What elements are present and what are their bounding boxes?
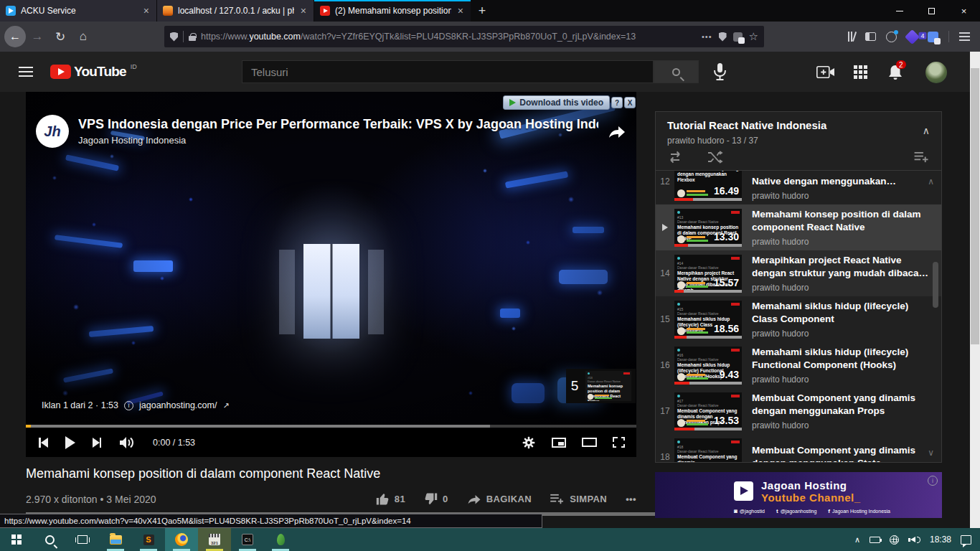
collapse-playlist-icon[interactable]: ∧ [923,125,930,136]
battery-icon[interactable] [870,537,880,543]
back-button[interactable]: ← [4,26,26,47]
command-prompt-button[interactable]: C:\ [231,528,264,551]
page-actions-icon[interactable]: ••• [702,32,712,41]
search-input[interactable]: Telusuri [242,60,654,83]
tab-close-icon[interactable]: × [142,5,151,17]
sublime-text-button[interactable]: S [132,528,165,551]
mongodb-button[interactable] [264,528,297,551]
apps-grid-icon[interactable] [854,65,867,79]
translate-page-icon[interactable] [733,32,743,42]
home-button[interactable]: ⌂ [72,29,95,44]
advertiser-avatar[interactable]: Jh [36,115,69,148]
minimize-button[interactable] [883,0,915,22]
ad-meta-row: Iklan 1 dari 2 · 1:53 i jagoanhosting.co… [42,400,230,410]
playlist-item-17[interactable]: 17 #17 Dasar-dasar React Native Membuat … [656,388,941,434]
previous-video-button[interactable] [39,438,48,448]
tray-expand-icon[interactable]: ∧ [854,535,860,545]
create-video-icon[interactable] [816,66,835,78]
video-player[interactable]: Download this video ? X Jh VPS Indonesia… [26,92,636,457]
task-view-button[interactable] [66,528,99,551]
taskbar-search-button[interactable] [33,528,66,551]
playlist-item-16[interactable]: 16 #16 Dasar-dasar React Native Memahami… [656,342,941,388]
tab-close-icon[interactable]: × [456,5,465,17]
banner-ad[interactable]: Jagoan Hosting Youtube Channel_ ◙@jaghos… [655,472,942,518]
add-playlist-icon[interactable] [914,151,930,164]
ad-countdown-overlay[interactable]: 5 #13 Dasar-dasar React Native Memahami … [566,369,636,403]
ad-title[interactable]: VPS Indonesia dengan Price Per Performan… [78,117,598,132]
translate-extension-icon[interactable] [928,32,938,42]
ad-channel[interactable]: Jagoan Hosting Indonesia [78,135,598,146]
guide-hamburger-icon[interactable] [19,71,33,72]
search-button[interactable] [654,60,699,83]
library-icon[interactable] [848,32,855,42]
notifications-bell-icon[interactable]: 2 [887,64,903,81]
tab-localhost-phpmyadmin[interactable]: localhost / 127.0.0.1 / acku | ph × [157,0,314,22]
clock[interactable]: 18:38 [930,534,951,545]
address-bar[interactable]: https://www.youtube.com/watch?v=YZfr6EYQ… [164,26,764,47]
playlist-title[interactable]: Tutorial React Native Indonesia [667,119,826,131]
playlist-item-14[interactable]: 14 #14 Dasar-dasar React Native Merapihk… [656,250,941,296]
network-globe-icon[interactable] [890,535,899,545]
ad-info-icon[interactable]: i [928,476,938,486]
volume-icon[interactable] [118,435,136,450]
tracking-protection-shield-icon[interactable] [170,32,178,42]
tab-youtube-active[interactable]: (2) Memahami konsep position × [314,0,471,22]
dislike-button[interactable]: 0 [424,492,448,506]
volume-icon[interactable] [908,537,920,543]
forward-button[interactable]: → [26,29,49,44]
loop-playlist-icon[interactable] [667,151,683,164]
playlist-scrollbar-thumb[interactable] [933,262,938,308]
miniplayer-icon[interactable] [552,438,566,448]
ad-link[interactable]: jagoanhosting.com/ [139,400,217,410]
close-button[interactable]: × [948,0,980,22]
page-scrollbar[interactable] [970,52,980,528]
more-actions-button[interactable]: ••• [626,494,636,504]
share-button[interactable]: BAGIKAN [467,493,532,505]
reload-button[interactable]: ↻ [49,29,72,44]
video-title: Memahami konsep position di dalam compon… [26,466,636,481]
scroll-up-icon[interactable]: ∧ [928,176,934,187]
start-button[interactable] [0,528,33,551]
playlist-item-18[interactable]: 18 #18 Dasar-dasar React Native Membuat … [656,434,941,462]
play-button[interactable] [65,436,75,449]
download-close-button[interactable]: X [624,97,636,108]
shuffle-playlist-icon[interactable] [707,151,723,164]
save-button[interactable]: SIMPAN [550,494,607,505]
next-video-button[interactable] [93,438,102,448]
account-icon[interactable] [886,32,897,42]
media-player-button[interactable]: 321 [198,528,231,551]
video-thumbnail: #17 Dasar-dasar React Native Membuat Com… [674,392,742,430]
external-link-icon[interactable]: ↗ [222,401,229,410]
firefox-button[interactable] [165,528,198,551]
download-video-button[interactable]: Download this video [503,95,610,110]
menu-hamburger-icon[interactable] [959,36,970,37]
restore-button[interactable] [915,0,948,22]
ad-info-icon[interactable]: i [124,401,133,410]
action-center-icon[interactable] [961,535,971,545]
file-explorer-button[interactable] [99,528,132,551]
fullscreen-icon[interactable] [613,437,625,448]
settings-gear-icon[interactable] [522,435,536,450]
bookmark-star-icon[interactable]: ☆ [749,30,758,43]
scroll-down-icon[interactable]: ∨ [928,448,934,458]
permissions-shield-icon[interactable] [719,32,727,42]
share-arrow-icon[interactable] [608,123,626,139]
page-scrollbar-thumb[interactable] [971,68,979,344]
banner-socials: ◙@jaghostid t@jagoanhosting fJagoan Host… [734,508,890,514]
like-button[interactable]: 81 [376,492,405,506]
sidebar-toggle-icon[interactable] [865,32,876,41]
youtube-logo[interactable]: YouTube ID [50,64,136,80]
theater-mode-icon[interactable] [582,438,597,447]
tab-close-icon[interactable]: × [299,5,308,17]
lock-icon[interactable] [189,36,196,41]
playlist-item-13-current[interactable]: #13 Dasar-dasar React Native Memahami ko… [656,204,941,250]
playlist-item-15[interactable]: 15 #15 Dasar-dasar React Native Memahami… [656,296,941,342]
extension-icon[interactable]: 4 [905,29,920,44]
tab-acku-service[interactable]: ACKU Service × [0,0,157,22]
download-help-button[interactable]: ? [611,97,623,108]
playlist-item-12[interactable]: 12 Memahami Basic Layouting dengan mengg… [656,171,941,204]
browser-tab-bar: ACKU Service × localhost / 127.0.0.1 / a… [0,0,980,22]
user-avatar[interactable] [925,62,947,83]
new-tab-button[interactable]: + [471,0,493,22]
mic-icon[interactable] [712,62,727,81]
